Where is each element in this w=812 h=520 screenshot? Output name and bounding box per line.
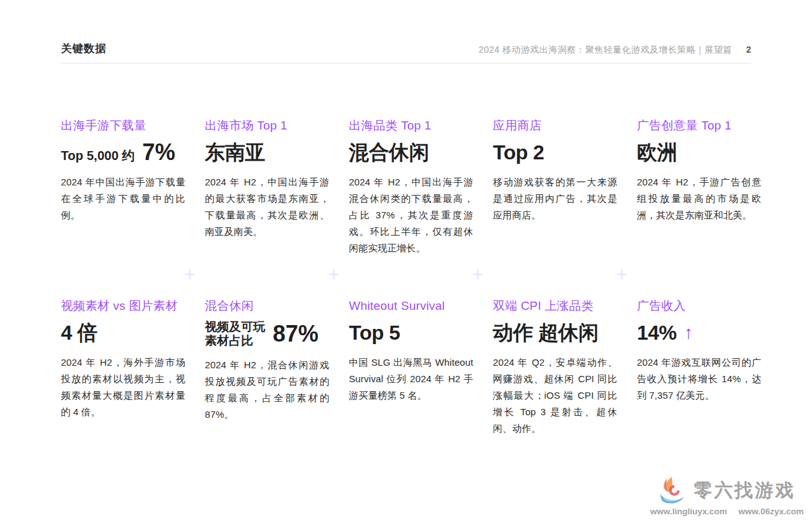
headline-value: 4 倍 xyxy=(61,320,97,345)
watermark-urls: www.lingliuyx.com www.06zyx.com xyxy=(650,507,804,516)
card-label: 混合休闲 xyxy=(205,298,329,314)
crosshair-decoration: + xyxy=(613,266,630,283)
headline-prefix: Top 5,000 约 xyxy=(61,147,134,164)
card-description: 2024 年 Q2，安卓端动作、网赚游戏、超休闲 CPI 同比涨幅最大；iOS … xyxy=(493,354,617,437)
card-headline: 视频及可玩 素材占比 87% xyxy=(205,320,329,348)
swirl-flame-logo-icon xyxy=(658,476,690,505)
header-right: 2024 移动游戏出海洞察：聚焦轻量化游戏及增长策略｜展望篇 2 xyxy=(478,44,751,56)
crosshair-decoration: + xyxy=(469,266,486,283)
card-label: 出海品类 Top 1 xyxy=(349,118,473,133)
headline-value: 动作 超休闲 xyxy=(493,320,598,345)
watermark-url-1: www.lingliuyx.com xyxy=(650,507,727,516)
stat-card-cpi-rise: 双端 CPI 上涨品类 动作 超休闲 2024 年 Q2，安卓端动作、网赚游戏、… xyxy=(493,298,617,437)
card-description: 2024 年游戏互联网公司的广告收入预计将增长 14%，达到 7,357 亿美元… xyxy=(637,354,761,404)
card-headline: Top 5 xyxy=(349,320,473,345)
section-title: 关键数据 xyxy=(61,41,107,56)
card-description: 2024 年 H2，中国出海手游的最大获客市场是东南亚，下载量最高，其次是欧洲、… xyxy=(205,174,329,240)
report-page: 关键数据 2024 移动游戏出海洞察：聚焦轻量化游戏及增长策略｜展望篇 2 出海… xyxy=(0,0,812,520)
stat-card-downloads: 出海手游下载量 Top 5,000 约 7% 2024 年中国出海手游下载量在全… xyxy=(61,118,185,223)
card-label: 视频素材 vs 图片素材 xyxy=(61,298,185,314)
headline-value: 7% xyxy=(142,140,175,165)
stat-card-top-market: 出海市场 Top 1 东南亚 2024 年 H2，中国出海手游的最大获客市场是东… xyxy=(205,118,329,240)
watermark-url-2: www.06zyx.com xyxy=(738,507,804,516)
card-label: 应用商店 xyxy=(493,118,617,133)
watermark-brand-name: 零六找游戏 xyxy=(694,478,796,503)
stat-card-hybrid-casual-share: 混合休闲 视频及可玩 素材占比 87% 2024 年 H2，混合休闲游戏投放视频… xyxy=(205,298,329,423)
stat-card-whiteout-survival: Whiteout Survival Top 5 中国 SLG 出海黑马 Whit… xyxy=(349,298,473,404)
stat-grid: 出海手游下载量 Top 5,000 约 7% 2024 年中国出海手游下载量在全… xyxy=(61,118,765,437)
stat-card-ad-creatives: 广告创意量 Top 1 欧洲 2024 年 H2，手游广告创意组投放量最高的市场… xyxy=(637,118,761,223)
card-description: 2024 年 H2，海外手游市场投放的素材以视频为主，视频素材量大概是图片素材量… xyxy=(61,354,185,420)
page-number: 2 xyxy=(746,44,751,55)
card-label: 广告收入 xyxy=(637,298,761,314)
crosshair-decoration: + xyxy=(181,266,198,283)
card-headline: 14% ↑ xyxy=(637,320,761,345)
stat-card-ad-revenue: 广告收入 14% ↑ 2024 年游戏互联网公司的广告收入预计将增长 14%，达… xyxy=(637,298,761,404)
card-description: 2024 年 H2，手游广告创意组投放量最高的市场是欧洲，其次是东南亚和北美。 xyxy=(637,174,761,223)
card-description: 2024 年 H2，混合休闲游戏投放视频及可玩广告素材的程度最高，占全部素材的 … xyxy=(205,357,329,423)
stat-card-app-store: 应用商店 Top 2 移动游戏获客的第一大来源是通过应用内广告，其次是应用商店。 xyxy=(493,118,617,223)
card-label: 出海手游下载量 xyxy=(61,118,185,133)
stat-card-top-genre: 出海品类 Top 1 混合休闲 2024 年 H2，中国出海手游混合休闲类的下载… xyxy=(349,118,473,257)
card-headline: 4 倍 xyxy=(61,320,185,345)
headline-value: 14% xyxy=(637,320,677,345)
report-title: 2024 移动游戏出海洞察：聚焦轻量化游戏及增长策略｜展望篇 xyxy=(478,44,732,56)
headline-value: Top 5 xyxy=(349,320,400,345)
up-arrow-icon: ↑ xyxy=(684,323,693,343)
card-headline: 动作 超休闲 xyxy=(493,320,617,345)
headline-value: Top 2 xyxy=(493,140,544,165)
card-description: 2024 年 H2，中国出海手游混合休闲类的下载量最高，占比 37%，其次是重度… xyxy=(349,174,473,257)
card-headline: 混合休闲 xyxy=(349,140,473,165)
watermark: 零六找游戏 www.lingliuyx.com www.06zyx.com xyxy=(651,476,803,516)
card-description: 中国 SLG 出海黑马 Whiteout Survival 位列 2024 年 … xyxy=(349,354,473,404)
card-headline: Top 5,000 约 7% xyxy=(61,140,185,165)
headline-prefix: 视频及可玩 素材占比 xyxy=(205,320,265,348)
card-headline: 东南亚 xyxy=(205,140,329,165)
card-label: 双端 CPI 上涨品类 xyxy=(493,298,617,314)
headline-value: 欧洲 xyxy=(637,140,677,165)
card-label: Whiteout Survival xyxy=(349,298,473,314)
crosshair-decoration: + xyxy=(325,266,342,283)
stat-card-video-vs-image: 视频素材 vs 图片素材 4 倍 2024 年 H2，海外手游市场投放的素材以视… xyxy=(61,298,185,420)
card-label: 出海市场 Top 1 xyxy=(205,118,329,133)
headline-value: 东南亚 xyxy=(205,140,265,165)
card-description: 移动游戏获客的第一大来源是通过应用内广告，其次是应用商店。 xyxy=(493,174,617,223)
card-description: 2024 年中国出海手游下载量在全球手游下载量中的比例。 xyxy=(61,174,185,223)
headline-value: 混合休闲 xyxy=(349,140,429,165)
watermark-brand-row: 零六找游戏 xyxy=(658,476,796,505)
card-headline: Top 2 xyxy=(493,140,617,165)
card-headline: 欧洲 xyxy=(637,140,761,165)
headline-value: 87% xyxy=(273,321,318,347)
page-header: 关键数据 2024 移动游戏出海洞察：聚焦轻量化游戏及增长策略｜展望篇 2 xyxy=(61,0,751,63)
card-label: 广告创意量 Top 1 xyxy=(637,118,761,133)
